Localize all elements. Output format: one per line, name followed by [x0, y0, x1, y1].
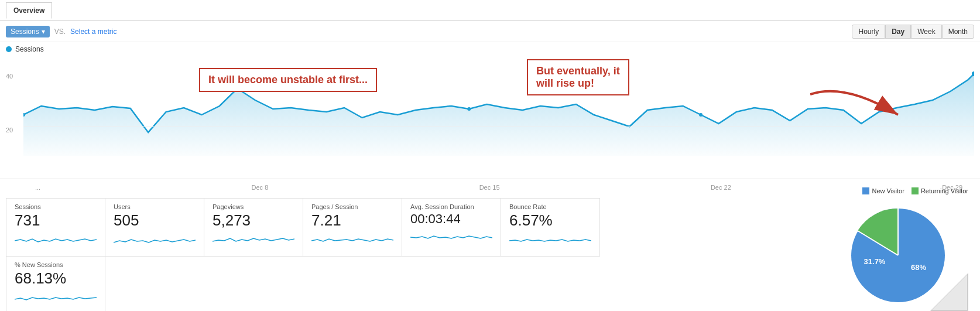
stat-sessions: Sessions 731	[6, 198, 105, 257]
stat-new-sessions: % New Sessions 68.13%	[6, 256, 105, 311]
new-sessions-value: 68.13%	[15, 269, 97, 288]
returning-visitor-label: Returning Visitor	[921, 187, 968, 194]
x-axis-labels: ... Dec 8 Dec 15 Dec 22 Dec 29	[0, 179, 980, 193]
new-visitor-legend: New Visitor	[862, 187, 904, 194]
y-label-40: 40	[6, 73, 13, 80]
vs-label: VS.	[54, 28, 66, 36]
svg-point-4	[699, 113, 703, 117]
bottom-stats-row: % New Sessions 68.13%	[0, 257, 980, 311]
stats-row: Sessions 731 Users 505 Pageviews 5,273 P…	[0, 193, 980, 257]
new-sessions-sparkline	[15, 290, 97, 307]
x-label-dec22: Dec 22	[711, 184, 731, 191]
pageviews-sparkline	[213, 232, 294, 250]
bounce-rate-label: Bounce Rate	[509, 203, 591, 210]
overview-tab[interactable]: Overview	[6, 2, 52, 19]
day-button[interactable]: Day	[885, 25, 911, 39]
stat-avg-session: Avg. Session Duration 00:03:44	[402, 198, 501, 257]
sessions-label: Sessions	[11, 28, 39, 36]
week-button[interactable]: Week	[911, 25, 941, 39]
chart-area: 40 20 It will become unstable at first..…	[0, 56, 980, 179]
users-label: Users	[114, 203, 196, 210]
stat-pages-session: Pages / Session 7.21	[303, 198, 402, 257]
avg-session-sparkline	[410, 229, 492, 247]
pages-session-label: Pages / Session	[311, 203, 393, 210]
select-metric-link[interactable]: Select a metric	[70, 28, 116, 36]
time-button-group: Hourly Day Week Month	[852, 25, 974, 39]
pages-session-sparkline	[311, 232, 393, 250]
callout-box-2: But eventually, it will rise up!	[527, 59, 629, 95]
callout1-text: It will become unstable at first...	[208, 74, 368, 86]
chart-legend: Sessions	[0, 42, 980, 56]
svg-point-3	[467, 107, 471, 111]
bounce-rate-sparkline	[509, 232, 591, 250]
dropdown-icon: ▾	[42, 28, 45, 36]
x-label-start: ...	[35, 184, 40, 191]
users-value: 505	[114, 211, 196, 230]
hourly-button[interactable]: Hourly	[852, 25, 885, 39]
overview-tab-label: Overview	[13, 6, 44, 15]
pie-legend: New Visitor Returning Visitor	[862, 187, 968, 194]
pie-section: New Visitor Returning Visitor	[839, 187, 968, 311]
sessions-button[interactable]: Sessions ▾	[6, 26, 50, 37]
stat-users: Users 505	[105, 198, 204, 257]
svg-text:68%: 68%	[911, 263, 926, 272]
sessions-label: Sessions	[15, 203, 97, 210]
pages-session-value: 7.21	[311, 211, 393, 230]
new-visitor-label: New Visitor	[872, 187, 904, 194]
x-label-dec8: Dec 8	[252, 184, 269, 191]
new-sessions-label: % New Sessions	[15, 261, 97, 268]
sessions-dot	[6, 46, 12, 52]
x-label-dec15: Dec 15	[479, 184, 500, 191]
callout2-line1: But eventually, it	[536, 65, 620, 77]
returning-visitor-sq	[912, 187, 919, 194]
sessions-value: 731	[15, 211, 97, 230]
stat-bounce-rate: Bounce Rate 6.57%	[501, 198, 600, 257]
grid-line-20	[23, 127, 974, 127]
new-visitor-sq	[862, 187, 869, 194]
pie-chart-container: 31.7% 68%	[839, 197, 968, 311]
returning-visitor-legend: Returning Visitor	[912, 187, 968, 194]
callout2-line2: will rise up!	[536, 77, 620, 90]
users-sparkline	[114, 232, 196, 250]
pageviews-label: Pageviews	[213, 203, 294, 210]
y-label-20: 20	[6, 127, 13, 134]
arrow-indicator	[810, 88, 904, 125]
month-button[interactable]: Month	[942, 25, 974, 39]
bounce-rate-value: 6.57%	[509, 211, 591, 230]
sessions-sparkline	[15, 232, 97, 250]
svg-text:31.7%: 31.7%	[864, 257, 886, 266]
sessions-legend-label: Sessions	[15, 45, 44, 53]
pageviews-value: 5,273	[213, 211, 294, 230]
page-curl	[927, 270, 968, 311]
callout-box-1: It will become unstable at first...	[199, 68, 377, 92]
avg-session-value: 00:03:44	[410, 211, 492, 227]
stat-pageviews: Pageviews 5,273	[204, 198, 303, 257]
avg-session-label: Avg. Session Duration	[410, 203, 492, 210]
